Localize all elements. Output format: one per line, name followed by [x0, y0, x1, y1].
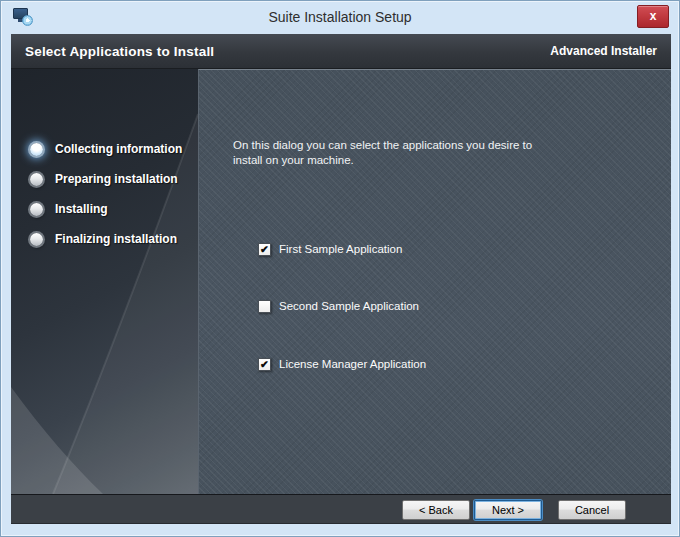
- progress-steps: Collecting information Preparing install…: [11, 134, 198, 254]
- titlebar: Suite Installation Setup x: [1, 1, 679, 34]
- page-header: Select Applications to Install Advanced …: [11, 34, 671, 69]
- step-finalizing-installation: Finalizing installation: [11, 224, 198, 254]
- description-line-1: On this dialog you can select the applic…: [233, 138, 532, 153]
- close-icon: x: [650, 9, 657, 23]
- installer-window: Suite Installation Setup x Select Applic…: [0, 0, 680, 537]
- step-bullet-icon: [30, 233, 43, 246]
- next-button[interactable]: Next >: [474, 500, 542, 520]
- step-label: Preparing installation: [55, 172, 178, 186]
- checkbox-row-first-sample-application[interactable]: ✔ First Sample Application: [258, 241, 402, 257]
- step-label: Collecting information: [55, 142, 182, 156]
- step-installing: Installing: [11, 194, 198, 224]
- dialog-description: On this dialog you can select the applic…: [233, 138, 532, 168]
- check-icon: ✔: [260, 359, 269, 370]
- checkbox-row-second-sample-application[interactable]: Second Sample Application: [258, 298, 419, 314]
- window-title: Suite Installation Setup: [1, 1, 679, 33]
- step-bullet-icon: [30, 203, 43, 216]
- step-collecting-information: Collecting information: [11, 134, 198, 164]
- checkbox-row-license-manager-application[interactable]: ✔ License Manager Application: [258, 356, 426, 372]
- checkbox-checked-icon[interactable]: ✔: [258, 243, 271, 256]
- checkbox-checked-icon[interactable]: ✔: [258, 358, 271, 371]
- step-preparing-installation: Preparing installation: [11, 164, 198, 194]
- content-area: Collecting information Preparing install…: [11, 69, 671, 494]
- sidebar: Collecting information Preparing install…: [11, 69, 198, 494]
- step-label: Installing: [55, 202, 108, 216]
- brand-label: Advanced Installer: [550, 44, 657, 58]
- step-bullet-icon: [30, 143, 43, 156]
- checkbox-label: License Manager Application: [279, 358, 426, 370]
- step-label: Finalizing installation: [55, 232, 177, 246]
- button-bar: < Back Next > Cancel: [11, 494, 671, 524]
- main-panel: On this dialog you can select the applic…: [198, 69, 671, 494]
- check-icon: ✔: [260, 244, 269, 255]
- sidebar-swoosh-decoration: [11, 69, 198, 494]
- back-button[interactable]: < Back: [402, 500, 470, 520]
- checkbox-unchecked-icon[interactable]: [258, 300, 271, 313]
- description-line-2: install on your machine.: [233, 153, 532, 168]
- checkbox-label: First Sample Application: [279, 243, 402, 255]
- checkbox-label: Second Sample Application: [279, 300, 419, 312]
- page-title: Select Applications to Install: [25, 44, 214, 59]
- close-button[interactable]: x: [637, 5, 669, 28]
- cancel-button[interactable]: Cancel: [558, 500, 626, 520]
- step-bullet-icon: [30, 173, 43, 186]
